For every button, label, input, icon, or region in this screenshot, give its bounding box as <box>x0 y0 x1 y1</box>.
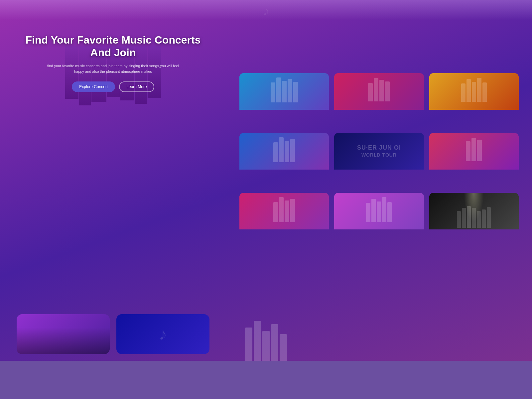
sj-house-silhouettes <box>461 78 487 105</box>
event-img-rv-queen <box>334 73 424 110</box>
event-img-ateez <box>429 193 519 229</box>
event-img-itzy <box>239 133 329 170</box>
main-row: K-Tcket Home About Features Contact Sign… <box>0 0 532 361</box>
page-wrapper: K-Tcket Home About Features Contact Sign… <box>0 0 532 361</box>
hero-content: Find Your Favorite Music Concerts And Jo… <box>20 34 206 92</box>
event-img-aespa <box>239 73 329 110</box>
rv-queen-silhouettes <box>368 78 390 105</box>
rv-red-silhouettes <box>466 138 482 165</box>
concert-image: ♪ <box>17 203 103 276</box>
concert-section: ♪ Provide Concert Tickets For World Musi… <box>0 194 226 292</box>
ateez-spotlight <box>429 193 519 229</box>
event-img-sj-house <box>429 73 519 110</box>
hero-buttons: Explore Concert Learn More <box>20 81 206 92</box>
hero-learn-button[interactable]: Learn More <box>119 81 154 92</box>
hero-subtitle: find your favorite music concerts and jo… <box>47 63 180 75</box>
twice-silhouettes <box>366 197 392 225</box>
itzy-silhouettes <box>273 137 295 166</box>
event-img-twice <box>334 193 424 229</box>
aespa-silhouettes <box>271 77 298 106</box>
hero-explore-button[interactable]: Explore Concert <box>72 81 115 92</box>
rv-dumb-silhouettes <box>273 197 295 225</box>
event-img-rv-dumb <box>239 193 329 229</box>
event-img-sj-super: SU·ER JUN OIWORLD TOUR <box>334 133 424 170</box>
event-img-rv-red <box>429 133 519 170</box>
sj-text: SU·ER JUN OIWORLD TOUR <box>357 144 401 158</box>
left-panel: K-Tcket Home About Features Contact Sign… <box>0 0 226 361</box>
bottom-card-1 <box>17 314 110 354</box>
concert-placeholder: ♪ <box>17 203 103 276</box>
hero-title: Find Your Favorite Music Concerts And Jo… <box>20 34 206 59</box>
events-grid: AESPA: NEXT LEVEL Gedung Juang, Daerah I… <box>239 73 519 247</box>
bottom-card-2: ♪ <box>116 314 209 354</box>
